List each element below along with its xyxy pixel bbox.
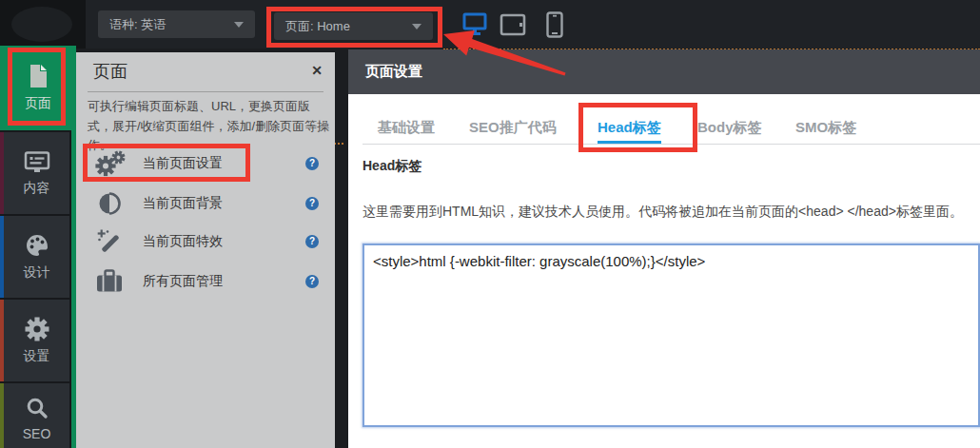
page-icon — [29, 64, 48, 88]
settings-accent-strip — [0, 300, 4, 381]
menu-item-label: 当前页面背景 — [143, 195, 223, 212]
sidebar-item-content[interactable]: 内容 — [4, 132, 69, 214]
sidebar-item-pages[interactable]: 页面 — [0, 46, 76, 130]
pages-panel: 页面 ✕ 可执行编辑页面标题、URL，更换页面版式，展开/收缩页面组件，添加/删… — [76, 52, 335, 448]
desktop-preview-button[interactable] — [459, 9, 491, 41]
logo — [11, 7, 72, 42]
page-dropdown-label: 页面: Home — [285, 18, 350, 35]
help-icon[interactable]: ? — [305, 275, 319, 288]
sidebar-item-label: 设计 — [24, 264, 50, 282]
help-icon[interactable]: ? — [305, 157, 319, 170]
tablet-preview-button[interactable] — [497, 9, 529, 41]
close-icon[interactable]: ✕ — [308, 62, 325, 79]
panel-divider — [88, 91, 323, 92]
chevron-down-icon — [234, 22, 244, 28]
gears-icon — [93, 150, 126, 177]
page-dropdown[interactable]: 页面: Home — [274, 12, 433, 40]
sidebar-item-settings[interactable]: 设置 — [4, 300, 69, 381]
page-settings-dialog: 页面设置 基础设置 SEO推广代码 Head标签 Body标签 SMO标签 He… — [348, 49, 980, 448]
tab-smo-tag[interactable]: SMO标签 — [795, 114, 856, 144]
content-icon — [24, 150, 50, 173]
wand-icon — [93, 228, 126, 255]
sidebar-item-design[interactable]: 设计 — [4, 216, 69, 298]
menu-item-current-page-settings[interactable]: 当前页面设置 ? — [83, 145, 319, 183]
menu-item-all-pages-manage[interactable]: 所有页面管理 ? — [83, 263, 319, 301]
panel-title: 页面 — [93, 60, 127, 83]
section-heading: Head标签 — [363, 158, 421, 175]
tab-seo-promo-code[interactable]: SEO推广代码 — [469, 114, 557, 144]
design-icon — [25, 233, 49, 258]
tabs-divider — [363, 144, 980, 145]
chevron-down-icon — [412, 24, 421, 29]
seo-icon — [26, 397, 49, 419]
menu-item-current-page-effects[interactable]: 当前页面特效 ? — [83, 223, 319, 261]
help-icon[interactable]: ? — [305, 235, 319, 248]
sidebar-item-label: 设置 — [24, 348, 50, 365]
phone-preview-button[interactable] — [539, 9, 571, 41]
language-dropdown[interactable]: 语种: 英语 — [98, 10, 255, 38]
tab-basic-settings[interactable]: 基础设置 — [378, 114, 435, 144]
desktop-icon — [461, 12, 488, 37]
menu-item-label: 当前页面特效 — [143, 233, 223, 250]
briefcase-icon — [93, 268, 126, 295]
tablet-icon — [500, 13, 526, 36]
logo-area — [0, 0, 86, 49]
seo-accent-strip — [0, 383, 4, 448]
menu-item-label: 当前页面设置 — [143, 155, 223, 172]
menu-item-label: 所有页面管理 — [143, 273, 223, 290]
settings-icon — [25, 317, 49, 341]
menu-item-current-page-background[interactable]: 当前页面背景 ? — [83, 185, 319, 223]
head-tag-code-input[interactable]: <style>html {-webkit-filter: grayscale(1… — [363, 243, 980, 427]
tab-head-tag[interactable]: Head标签 — [598, 114, 661, 144]
sidebar-item-seo[interactable]: SEO — [4, 383, 69, 448]
content-accent-strip — [0, 132, 4, 214]
topbar: 语种: 英语 页面: Home — [0, 0, 980, 49]
dialog-header: 页面设置 — [348, 49, 980, 94]
site-builder-screen: 语种: 英语 页面: Home — [0, 0, 980, 448]
language-dropdown-label: 语种: 英语 — [109, 16, 166, 33]
phone-icon — [545, 11, 564, 38]
help-icon[interactable]: ? — [305, 197, 319, 210]
canvas-dotted-guide-fragment — [334, 143, 343, 145]
sidebar-item-label: 页面 — [25, 95, 51, 112]
design-accent-strip — [0, 216, 4, 298]
tab-body-tag[interactable]: Body标签 — [697, 114, 762, 144]
section-description: 这里需要用到HTML知识，建议技术人员使用。代码将被追加在当前页面的<head>… — [363, 204, 976, 221]
sidebar-item-label: SEO — [23, 426, 51, 441]
dialog-title: 页面设置 — [365, 63, 422, 81]
sidebar-item-label: 内容 — [24, 180, 50, 197]
contrast-icon — [93, 190, 126, 217]
